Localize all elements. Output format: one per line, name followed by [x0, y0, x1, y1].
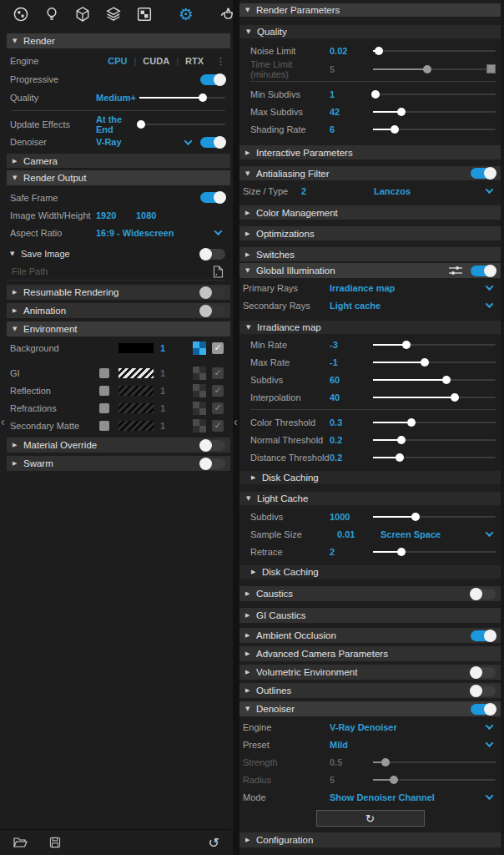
light-cache-subdivs-value[interactable]: 1000 [330, 512, 373, 522]
gi-color-swatch[interactable] [118, 368, 154, 378]
section-configuration[interactable]: ▶ Configuration [239, 832, 501, 847]
reflection-checkbox[interactable]: ✓ [212, 385, 224, 397]
slider-knob[interactable] [442, 376, 451, 384]
section-render-output[interactable]: ▼ Render Output [7, 170, 230, 185]
section-light-cache[interactable]: ▼ Light Cache [239, 492, 501, 505]
section-caustics[interactable]: ▶ Caustics [239, 586, 501, 601]
gi-texture-icon[interactable] [193, 367, 206, 380]
section-irradiance-map[interactable]: ▼ Irradiance map [239, 321, 501, 334]
slider-knob[interactable] [397, 548, 406, 556]
secondary-matte-color-swatch[interactable] [118, 421, 154, 431]
ambient-occlusion-toggle[interactable] [471, 630, 496, 641]
min-rate-value[interactable]: -3 [330, 340, 373, 350]
section-quality[interactable]: ▼ Quality [239, 25, 501, 38]
save-image-toggle[interactable] [200, 249, 225, 260]
revert-icon[interactable]: ↺ [209, 835, 219, 851]
section-material-override[interactable]: ▶ Material Override [7, 438, 230, 453]
secondary-rays-dropdown[interactable]: Light cache [330, 301, 482, 311]
gi-multiplier[interactable]: 1 [154, 368, 179, 378]
material-override-toggle[interactable] [200, 440, 225, 451]
open-folder-icon[interactable] [13, 837, 28, 848]
irradiance-subdivs-slider[interactable] [373, 374, 496, 386]
section-gi-caustics[interactable]: ▶ GI Caustics [239, 608, 501, 623]
denoiser-section-toggle[interactable] [471, 704, 496, 715]
section-global-illumination[interactable]: ▼ Global Illumination [239, 263, 501, 278]
chevron-down-icon[interactable] [485, 185, 493, 194]
color-threshold-value[interactable]: 0.3 [330, 417, 373, 428]
collapse-panel-left-chevron[interactable]: ‹ [1, 416, 5, 428]
slider-knob[interactable] [199, 94, 207, 102]
refractions-color-swatch[interactable] [118, 403, 154, 413]
global-illumination-toggle[interactable] [471, 266, 496, 276]
section-swarm[interactable]: ▶ Swarm [7, 456, 230, 471]
settings-button[interactable]: ⚙ [179, 3, 194, 25]
chevron-down-icon[interactable] [485, 300, 493, 308]
secondary-matte-override-checkbox[interactable] [99, 421, 109, 431]
resumable-toggle[interactable] [200, 287, 225, 298]
background-multiplier[interactable]: 1 [154, 343, 179, 353]
section-camera[interactable]: ▶ Camera [7, 154, 230, 168]
chevron-down-icon[interactable] [485, 282, 493, 291]
distance-threshold-slider[interactable] [373, 452, 496, 463]
image-width-field[interactable]: 1920 [96, 210, 136, 220]
normal-threshold-slider[interactable] [373, 434, 496, 446]
primary-rays-dropdown[interactable]: Irradiance map [330, 283, 482, 293]
section-animation[interactable]: ▶ Animation [7, 303, 230, 318]
section-ambient-occlusion[interactable]: ▶ Ambient Occlusion [239, 628, 501, 643]
background-texture-icon[interactable] [193, 341, 206, 355]
retrace-slider[interactable] [373, 546, 496, 558]
refractions-override-checkbox[interactable] [99, 403, 109, 413]
chevron-down-icon[interactable] [485, 739, 493, 747]
filter-type-dropdown[interactable]: Lanczos [374, 186, 482, 196]
min-subdivs-slider[interactable] [373, 89, 496, 100]
max-rate-value[interactable]: -1 [330, 357, 373, 367]
reflection-multiplier[interactable]: 1 [154, 386, 179, 396]
reflection-override-checkbox[interactable] [99, 386, 109, 396]
section-environment[interactable]: ▼ Environment [7, 321, 230, 336]
collapse-panel-right-chevron[interactable]: ‹ [234, 416, 238, 428]
section-optimizations[interactable]: ▶ Optimizations [239, 226, 501, 240]
section-volumetric-environment[interactable]: ▶ Volumetric Environment [239, 665, 501, 680]
section-disk-caching-irradiance[interactable]: ▶ Disk Caching [239, 471, 501, 484]
refractions-checkbox[interactable]: ✓ [212, 402, 224, 414]
shading-rate-value[interactable]: 6 [330, 124, 373, 134]
max-subdivs-value[interactable]: 42 [330, 107, 373, 117]
safe-frame-toggle[interactable] [200, 192, 225, 203]
antialiasing-toggle[interactable] [471, 168, 496, 179]
denoiser-value[interactable]: V-Ray [96, 137, 180, 147]
min-rate-slider[interactable] [373, 339, 496, 351]
section-render-parameters[interactable]: ▼ Render Parameters [239, 3, 501, 17]
section-advanced-camera-parameters[interactable]: ▶ Advanced Camera Parameters [239, 646, 501, 661]
image-height-field[interactable]: 1080 [136, 210, 225, 220]
panel-splitter[interactable]: ‹ [233, 0, 239, 855]
max-subdivs-slider[interactable] [373, 106, 496, 118]
slider-knob[interactable] [391, 125, 399, 134]
section-render[interactable]: ▼ Render [7, 33, 230, 48]
scrollbar-gutter[interactable] [501, 0, 504, 855]
update-effects-slider[interactable] [139, 119, 225, 130]
textures-button[interactable] [135, 3, 154, 25]
reflection-texture-icon[interactable] [193, 384, 206, 397]
engine-option-cuda[interactable]: CUDA [143, 56, 169, 66]
section-resumable-rendering[interactable]: ▶ Resumable Rendering [7, 285, 230, 300]
sample-size-mode-dropdown[interactable]: Screen Space [381, 529, 482, 539]
max-rate-slider[interactable] [373, 357, 496, 368]
section-outlines[interactable]: ▶ Outlines [239, 683, 501, 698]
refractions-multiplier[interactable]: 1 [154, 403, 179, 413]
file-path-input[interactable]: File Path [7, 263, 225, 281]
light-cache-subdivs-slider[interactable] [373, 511, 496, 523]
slider-knob[interactable] [397, 108, 406, 116]
refractions-texture-icon[interactable] [193, 402, 206, 415]
slider-knob[interactable] [397, 436, 406, 444]
chevron-down-icon[interactable] [485, 721, 493, 730]
normal-threshold-value[interactable]: 0.2 [330, 435, 373, 445]
engine-option-rtx[interactable]: RTX [185, 56, 204, 66]
slider-knob[interactable] [407, 418, 416, 427]
gi-checkbox[interactable]: ✓ [212, 367, 224, 379]
noise-limit-slider[interactable] [373, 45, 496, 57]
interpolation-value[interactable]: 40 [330, 392, 373, 402]
engine-option-cpu[interactable]: CPU [108, 56, 127, 66]
slider-knob[interactable] [375, 47, 383, 55]
volumetric-environment-toggle[interactable] [471, 667, 496, 678]
size-value[interactable]: 2 [301, 186, 374, 196]
